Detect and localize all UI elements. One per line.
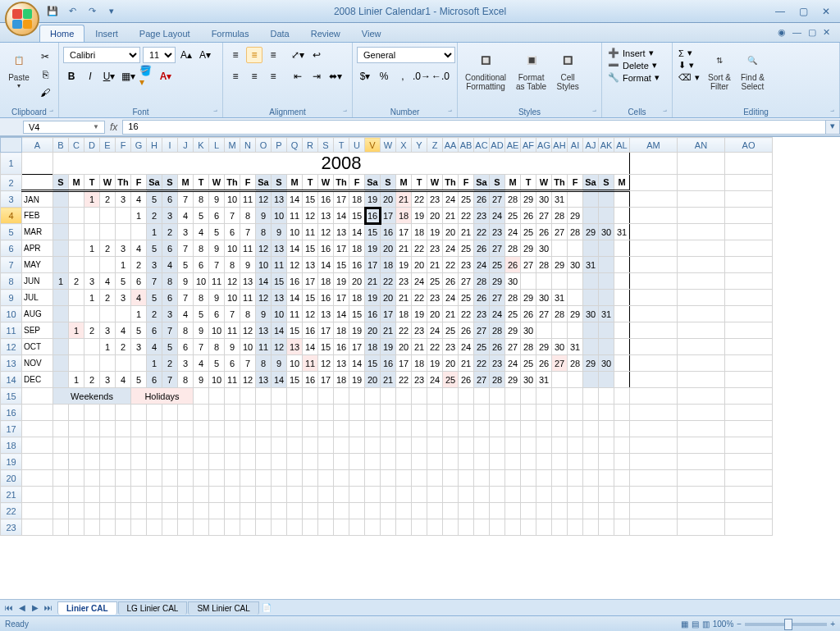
cell[interactable] (100, 470, 116, 487)
currency-icon[interactable]: $▾ (357, 68, 373, 85)
column-header[interactable]: Z (427, 138, 443, 153)
calendar-cell[interactable]: 29 (490, 273, 505, 290)
calendar-cell[interactable]: 1 (131, 306, 147, 322)
calendar-cell[interactable]: 18 (334, 322, 349, 339)
calendar-cell[interactable] (552, 273, 568, 290)
calendar-cell[interactable] (583, 322, 599, 339)
cell[interactable] (459, 388, 474, 405)
cell[interactable] (334, 454, 349, 470)
calendar-cell[interactable]: 17 (318, 372, 334, 388)
cell[interactable] (365, 405, 381, 421)
calendar-cell[interactable]: 10 (256, 257, 272, 273)
cell[interactable] (381, 388, 396, 405)
column-header[interactable]: J (178, 138, 194, 153)
cell[interactable] (396, 470, 412, 487)
calendar-cell[interactable]: 18 (349, 240, 365, 257)
calendar-cell[interactable] (116, 306, 131, 322)
calendar-cell[interactable]: 28 (474, 273, 490, 290)
calendar-cell[interactable]: 13 (272, 290, 287, 306)
cell[interactable] (303, 454, 318, 470)
calendar-cell[interactable]: 30 (521, 322, 536, 339)
row-header[interactable]: 17 (1, 421, 22, 437)
column-header[interactable]: AF (521, 138, 536, 153)
cell[interactable] (272, 470, 287, 487)
column-header[interactable]: W (381, 138, 396, 153)
cell[interactable] (568, 487, 583, 503)
calendar-cell[interactable]: 5 (162, 339, 178, 355)
cell[interactable] (116, 437, 131, 454)
cell[interactable] (474, 405, 490, 421)
cell[interactable] (412, 503, 427, 519)
calendar-cell[interactable]: 23 (474, 208, 490, 224)
calendar-cell[interactable]: 15 (365, 224, 381, 240)
cell[interactable] (443, 388, 459, 405)
calendar-cell[interactable] (131, 224, 147, 240)
calendar-cell[interactable]: 29 (521, 290, 536, 306)
cell[interactable] (678, 487, 725, 503)
cell[interactable] (240, 437, 256, 454)
column-header[interactable]: AO (725, 138, 773, 153)
calendar-cell[interactable]: 7 (240, 224, 256, 240)
calendar-cell[interactable]: 2 (116, 339, 131, 355)
calendar-cell[interactable]: 11 (287, 306, 303, 322)
calendar-cell[interactable]: 1 (69, 372, 84, 388)
calendar-cell[interactable]: 24 (443, 290, 459, 306)
calendar-cell[interactable]: 2 (147, 306, 162, 322)
cut-icon[interactable]: ✂ (37, 48, 53, 65)
calendar-cell[interactable]: 16 (287, 273, 303, 290)
cell[interactable] (678, 437, 725, 454)
calendar-cell[interactable]: 14 (287, 191, 303, 208)
column-header[interactable]: H (147, 138, 162, 153)
calendar-cell[interactable]: 22 (412, 290, 427, 306)
calendar-cell[interactable]: 29 (505, 322, 521, 339)
cell[interactable] (459, 421, 474, 437)
column-header[interactable]: C (69, 138, 84, 153)
column-header[interactable]: AL (614, 138, 630, 153)
calendar-cell[interactable]: 25 (459, 191, 474, 208)
calendar-cell[interactable]: 12 (256, 290, 272, 306)
cell[interactable] (256, 519, 272, 536)
cell[interactable] (349, 405, 365, 421)
calendar-cell[interactable]: 23 (427, 290, 443, 306)
cell[interactable] (100, 437, 116, 454)
cell[interactable] (240, 470, 256, 487)
calendar-cell[interactable]: 30 (599, 224, 614, 240)
cell[interactable] (334, 388, 349, 405)
cell[interactable] (178, 405, 194, 421)
calendar-cell[interactable]: 23 (412, 322, 427, 339)
calendar-cell[interactable]: 16 (349, 257, 365, 273)
cell[interactable] (209, 454, 225, 470)
calendar-cell[interactable]: 16 (365, 306, 381, 322)
calendar-cell[interactable]: 2 (100, 240, 116, 257)
cell[interactable] (614, 519, 630, 536)
border-button[interactable]: ▦▾ (120, 68, 136, 85)
calendar-cell[interactable]: 10 (225, 290, 240, 306)
cell[interactable] (381, 454, 396, 470)
calendar-cell[interactable]: 13 (240, 273, 256, 290)
calendar-cell[interactable]: 19 (427, 355, 443, 372)
calendar-cell[interactable] (552, 372, 568, 388)
row-header[interactable]: 15 (1, 388, 22, 405)
cell[interactable] (521, 405, 536, 421)
calendar-cell[interactable]: 6 (209, 306, 225, 322)
calendar-cell[interactable] (568, 240, 583, 257)
cell[interactable] (318, 388, 334, 405)
cell[interactable] (349, 421, 365, 437)
cell[interactable] (568, 454, 583, 470)
cell[interactable] (521, 487, 536, 503)
calendar-cell[interactable]: 10 (287, 355, 303, 372)
cell[interactable] (84, 487, 100, 503)
calendar-cell[interactable]: 10 (209, 322, 225, 339)
calendar-cell[interactable] (100, 355, 116, 372)
cell[interactable] (614, 437, 630, 454)
calendar-cell[interactable]: 6 (162, 191, 178, 208)
calendar-cell[interactable]: 25 (459, 240, 474, 257)
calendar-cell[interactable]: 25 (459, 290, 474, 306)
cell[interactable] (209, 388, 225, 405)
calendar-cell[interactable]: 22 (443, 257, 459, 273)
cell[interactable] (536, 519, 552, 536)
calendar-cell[interactable]: 18 (349, 191, 365, 208)
calendar-cell[interactable]: 6 (178, 339, 194, 355)
cell[interactable] (334, 405, 349, 421)
calendar-cell[interactable] (100, 306, 116, 322)
